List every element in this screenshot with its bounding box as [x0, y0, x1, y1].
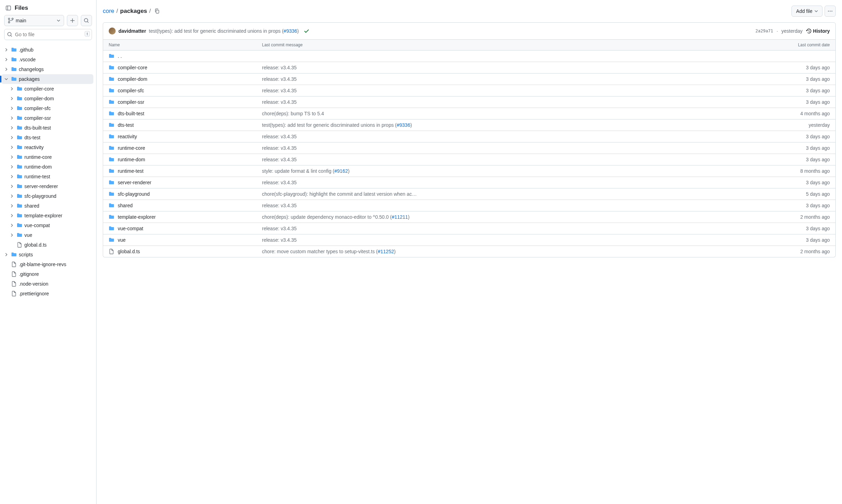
- file-link[interactable]: template-explorer: [118, 214, 156, 220]
- chevron-icon[interactable]: [9, 194, 15, 198]
- chevron-icon[interactable]: [9, 165, 15, 169]
- chevron-icon[interactable]: [3, 68, 9, 71]
- tree-item[interactable]: .vscode: [1, 55, 93, 64]
- commit-message-cell[interactable]: chore(deps): bump TS to 5.4: [262, 111, 764, 116]
- author-avatar[interactable]: [109, 28, 116, 34]
- branch-select[interactable]: main: [4, 15, 64, 26]
- tree-item[interactable]: changelogs: [1, 64, 93, 74]
- chevron-icon[interactable]: [9, 136, 15, 139]
- tree-item[interactable]: compiler-sfc: [1, 103, 93, 113]
- file-link[interactable]: compiler-core: [118, 65, 147, 70]
- chevron-icon[interactable]: [3, 58, 9, 61]
- tree-item[interactable]: sfc-playground: [1, 191, 93, 201]
- commit-message-cell[interactable]: release: v3.4.35: [262, 157, 764, 162]
- commit-message-cell[interactable]: release: v3.4.35: [262, 145, 764, 151]
- breadcrumb-root[interactable]: core: [103, 8, 114, 15]
- tree-item[interactable]: dts-test: [1, 133, 93, 142]
- tree-item[interactable]: runtime-core: [1, 152, 93, 162]
- chevron-icon[interactable]: [9, 224, 15, 227]
- tree-item[interactable]: vue: [1, 230, 93, 240]
- pr-link[interactable]: #11252: [378, 249, 394, 254]
- commit-message-cell[interactable]: release: v3.4.35: [262, 180, 764, 185]
- search-input[interactable]: [4, 29, 92, 40]
- tree-item[interactable]: .node-version: [1, 279, 93, 289]
- tree-item[interactable]: .gitignore: [1, 269, 93, 279]
- parent-link[interactable]: . .: [118, 53, 122, 59]
- commit-message-cell[interactable]: chore(deps): update dependency monaco-ed…: [262, 214, 764, 220]
- tree-item[interactable]: scripts: [1, 250, 93, 259]
- tree-item[interactable]: dts-built-test: [1, 123, 93, 133]
- tree-item[interactable]: compiler-core: [1, 84, 93, 94]
- file-link[interactable]: runtime-core: [118, 145, 145, 151]
- pr-link[interactable]: #9336: [284, 28, 297, 34]
- tree-item[interactable]: reactivity: [1, 142, 93, 152]
- tree-item[interactable]: shared: [1, 201, 93, 211]
- commit-message-cell[interactable]: release: v3.4.35: [262, 134, 764, 139]
- commit-sha[interactable]: 2a29a71: [756, 29, 773, 33]
- chevron-icon[interactable]: [9, 214, 15, 217]
- chevron-icon[interactable]: [9, 204, 15, 208]
- chevron-icon[interactable]: [9, 146, 15, 149]
- chevron-icon[interactable]: [9, 175, 15, 178]
- pr-link[interactable]: #11211: [392, 214, 408, 220]
- chevron-icon[interactable]: [9, 126, 15, 130]
- commit-message-cell[interactable]: release: v3.4.35: [262, 76, 764, 82]
- tree-item[interactable]: .github: [1, 45, 93, 55]
- file-link[interactable]: compiler-dom: [118, 76, 147, 82]
- add-file-button[interactable]: [67, 15, 78, 26]
- commit-message[interactable]: test(types): add test for generic discri…: [149, 28, 299, 34]
- chevron-icon[interactable]: [9, 116, 15, 120]
- search-button[interactable]: [81, 15, 92, 26]
- tree-item[interactable]: runtime-test: [1, 172, 93, 181]
- commit-author[interactable]: davidmatter: [118, 28, 146, 34]
- file-link[interactable]: vue-compat: [118, 226, 143, 231]
- commit-message-cell[interactable]: release: v3.4.35: [262, 99, 764, 105]
- chevron-icon[interactable]: [9, 97, 15, 100]
- tree-item[interactable]: .git-blame-ignore-revs: [1, 259, 93, 269]
- file-link[interactable]: reactivity: [118, 134, 137, 139]
- file-link[interactable]: sfc-playground: [118, 191, 150, 197]
- tree-item[interactable]: server-renderer: [1, 181, 93, 191]
- commit-message-cell[interactable]: chore: move custom matcher types to setu…: [262, 249, 764, 254]
- file-link[interactable]: compiler-ssr: [118, 99, 144, 105]
- file-link[interactable]: shared: [118, 203, 133, 208]
- tree-item[interactable]: .prettierignore: [1, 289, 93, 298]
- commit-message-cell[interactable]: chore(sfc-playgroud): highlight the comm…: [262, 191, 764, 197]
- tree-item[interactable]: vue-compat: [1, 220, 93, 230]
- commit-message-cell[interactable]: release: v3.4.35: [262, 88, 764, 93]
- chevron-icon[interactable]: [9, 155, 15, 159]
- tree-item[interactable]: compiler-dom: [1, 94, 93, 103]
- chevron-icon[interactable]: [3, 48, 9, 52]
- file-link[interactable]: dts-test: [118, 122, 134, 128]
- chevron-icon[interactable]: [9, 185, 15, 188]
- file-link[interactable]: compiler-sfc: [118, 88, 144, 93]
- chevron-icon[interactable]: [3, 253, 9, 256]
- sidebar-collapse-icon[interactable]: [6, 5, 11, 11]
- tree-item[interactable]: template-explorer: [1, 211, 93, 220]
- chevron-icon[interactable]: [9, 233, 15, 237]
- commit-message-cell[interactable]: test(types): add test for generic discri…: [262, 122, 764, 128]
- file-link[interactable]: global.d.ts: [118, 249, 140, 254]
- history-link[interactable]: History: [806, 28, 830, 34]
- chevron-icon[interactable]: [3, 77, 9, 81]
- chevron-icon[interactable]: [9, 107, 15, 110]
- file-link[interactable]: dts-built-test: [118, 111, 144, 116]
- parent-directory-row[interactable]: . .: [103, 51, 835, 62]
- tree-item[interactable]: compiler-ssr: [1, 113, 93, 123]
- tree-item[interactable]: global.d.ts: [1, 240, 93, 250]
- status-check-icon[interactable]: [304, 28, 309, 34]
- file-link[interactable]: vue: [118, 237, 126, 243]
- pr-link[interactable]: #9336: [397, 122, 410, 128]
- commit-message-cell[interactable]: release: v3.4.35: [262, 65, 764, 70]
- add-file-dropdown[interactable]: Add file: [791, 6, 822, 17]
- tree-item[interactable]: packages: [1, 74, 93, 84]
- chevron-icon[interactable]: [9, 87, 15, 91]
- tree-item[interactable]: runtime-dom: [1, 162, 93, 172]
- file-link[interactable]: runtime-dom: [118, 157, 145, 162]
- commit-message-cell[interactable]: style: update format & lint config (#916…: [262, 168, 764, 174]
- file-link[interactable]: runtime-test: [118, 168, 144, 174]
- copy-path-icon[interactable]: [154, 8, 160, 14]
- commit-message-cell[interactable]: release: v3.4.35: [262, 226, 764, 231]
- pr-link[interactable]: #9162: [334, 168, 348, 174]
- more-options-button[interactable]: [825, 6, 836, 17]
